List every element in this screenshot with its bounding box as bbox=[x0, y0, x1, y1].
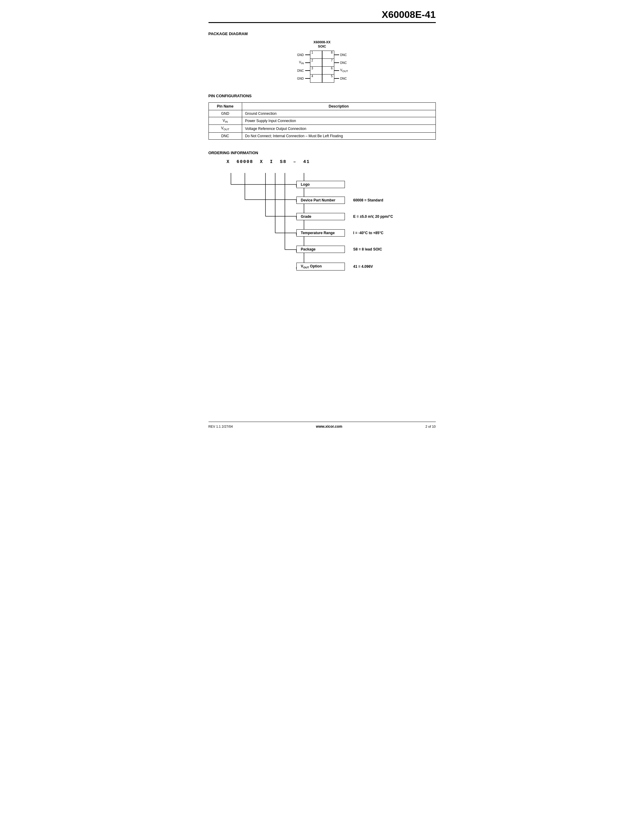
right-pins: DNC DNC VOUT DNC bbox=[334, 51, 349, 82]
chip-label: X60008-XX bbox=[313, 40, 330, 44]
ord-temp-desc: I = -40°C to +85°C bbox=[353, 231, 384, 235]
pin-line-left-2 bbox=[305, 63, 310, 63]
body-row-4: 4 5 bbox=[310, 74, 334, 82]
part-number-string: X 60008 X I S8 – 41 bbox=[227, 159, 436, 164]
ord-logo-box: Logo bbox=[296, 181, 345, 188]
pin-num-7: 7 bbox=[322, 59, 334, 66]
footer-right: 2 of 10 bbox=[425, 425, 436, 428]
pin-line-left-1 bbox=[305, 55, 310, 55]
pin-row-left-2: VIN bbox=[295, 59, 310, 67]
pin-line-right-4 bbox=[334, 78, 339, 79]
pin-name-gnd2: GND bbox=[295, 77, 304, 80]
footer-center: www.xicor.com bbox=[316, 425, 343, 429]
pin-num-4: 4 bbox=[310, 74, 322, 82]
left-pins: GND VIN DNC GND bbox=[295, 51, 310, 82]
pin-row-left-4: GND bbox=[295, 74, 310, 82]
pin-name-gnd1: GND bbox=[295, 53, 304, 57]
pin-vin: VIN bbox=[209, 117, 242, 125]
ord-partnum-desc: 60008 = Standard bbox=[353, 198, 383, 203]
ordering-lines-diagram: Logo Device Part Number 60008 = Standard… bbox=[227, 166, 439, 288]
pin-line-right-1 bbox=[334, 55, 339, 55]
desc-vout: Voltage Reference Output Connection bbox=[242, 125, 435, 132]
package-diagram-section: PACKAGE DIAGRAM X60008-XX SOIC GND VIN D… bbox=[209, 32, 436, 83]
ord-partnum-row: Device Part Number 60008 = Standard bbox=[296, 196, 383, 204]
col-header-desc: Description bbox=[242, 103, 435, 110]
pin-num-8: 8 bbox=[322, 51, 334, 58]
pin-num-2: 2 bbox=[310, 59, 322, 66]
desc-gnd: Ground Connection bbox=[242, 110, 435, 117]
ord-grade-box: Grade bbox=[296, 213, 345, 220]
ordering-heading: ORDERING INFORMATION bbox=[209, 151, 436, 155]
footer-left: REV 1.1 2/27/04 bbox=[209, 425, 233, 428]
pin-config-table: Pin Name Description GND Ground Connecti… bbox=[209, 102, 436, 140]
ord-temp-box: Temperature Range bbox=[296, 229, 345, 236]
ord-partnum-box: Device Part Number bbox=[296, 196, 345, 204]
body-row-1: 1 8 bbox=[310, 51, 334, 59]
pin-line-right-3 bbox=[334, 70, 339, 71]
body-row-3: 3 6 bbox=[310, 67, 334, 74]
ord-pkg-box: Package bbox=[296, 246, 345, 253]
pin-config-section: PIN CONFIGURATIONS Pin Name Description … bbox=[209, 93, 436, 140]
pin-num-5: 5 bbox=[322, 74, 334, 82]
package-diagram-heading: PACKAGE DIAGRAM bbox=[209, 32, 436, 36]
ic-body: 1 8 2 7 3 6 4 5 bbox=[310, 51, 334, 83]
pin-name-dnc5: DNC bbox=[340, 77, 349, 80]
table-row: VOUT Voltage Reference Output Connection bbox=[209, 125, 435, 132]
ord-vout-row: VOUT Option 41 = 4.096V bbox=[296, 263, 373, 270]
pin-gnd: GND bbox=[209, 110, 242, 117]
pin-row-right-3: VOUT bbox=[334, 67, 349, 74]
pin-num-1: 1 bbox=[310, 51, 322, 58]
pin-row-right-2: DNC bbox=[334, 59, 349, 67]
table-header-row: Pin Name Description bbox=[209, 103, 435, 110]
ord-vout-box: VOUT Option bbox=[296, 263, 345, 270]
pin-vout: VOUT bbox=[209, 125, 242, 132]
pin-num-3: 3 bbox=[310, 67, 322, 74]
ordering-section: ORDERING INFORMATION X 60008 X I S8 – 41 bbox=[209, 151, 436, 410]
ord-vout-desc: 41 = 4.096V bbox=[353, 264, 373, 269]
desc-dnc: Do Not Connect; Internal Connection – Mu… bbox=[242, 132, 435, 139]
pin-row-left-1: GND bbox=[295, 51, 310, 59]
table-row: GND Ground Connection bbox=[209, 110, 435, 117]
ic-diagram: GND VIN DNC GND 1 bbox=[295, 51, 349, 83]
pin-config-heading: PIN CONFIGURATIONS bbox=[209, 93, 436, 98]
pin-name-dnc1: DNC bbox=[295, 69, 304, 72]
table-row: DNC Do Not Connect; Internal Connection … bbox=[209, 132, 435, 139]
footer: REV 1.1 2/27/04 www.xicor.com 2 of 10 bbox=[209, 422, 436, 429]
ord-grade-row: Grade E = ±5.0 mV, 20 ppm/°C bbox=[296, 213, 393, 220]
pin-line-left-3 bbox=[305, 70, 310, 71]
package-type-label: SOIC bbox=[318, 45, 326, 48]
pin-name-vin: VIN bbox=[295, 61, 304, 65]
ord-temp-row: Temperature Range I = -40°C to +85°C bbox=[296, 229, 384, 236]
page-title: X60008E-41 bbox=[209, 9, 436, 20]
body-row-2: 2 7 bbox=[310, 59, 334, 67]
pin-name-dnc7: DNC bbox=[340, 61, 349, 64]
ord-grade-desc: E = ±5.0 mV, 20 ppm/°C bbox=[353, 214, 393, 219]
pin-row-right-4: DNC bbox=[334, 74, 349, 82]
ord-pkg-desc: S8 = 8 lead SOIC bbox=[353, 247, 382, 251]
ord-pkg-row: Package S8 = 8 lead SOIC bbox=[296, 246, 382, 253]
pin-dnc: DNC bbox=[209, 132, 242, 139]
desc-vin: Power Supply Input Connection bbox=[242, 117, 435, 125]
pin-name-vout: VOUT bbox=[340, 68, 349, 73]
pin-row-left-3: DNC bbox=[295, 67, 310, 74]
col-header-pin: Pin Name bbox=[209, 103, 242, 110]
header-divider bbox=[209, 22, 436, 23]
package-diagram: X60008-XX SOIC GND VIN DNC GND bbox=[209, 40, 436, 83]
pin-line-left-4 bbox=[305, 78, 310, 79]
table-row: VIN Power Supply Input Connection bbox=[209, 117, 435, 125]
pin-line-right-2 bbox=[334, 63, 339, 63]
pin-num-6: 6 bbox=[322, 67, 334, 74]
pin-row-right-1: DNC bbox=[334, 51, 349, 59]
pin-name-dnc8: DNC bbox=[340, 53, 349, 57]
ord-logo-row: Logo bbox=[296, 181, 345, 188]
ordering-diagram: X 60008 X I S8 – 41 bbox=[209, 159, 436, 410]
ordering-spacer bbox=[209, 288, 436, 410]
